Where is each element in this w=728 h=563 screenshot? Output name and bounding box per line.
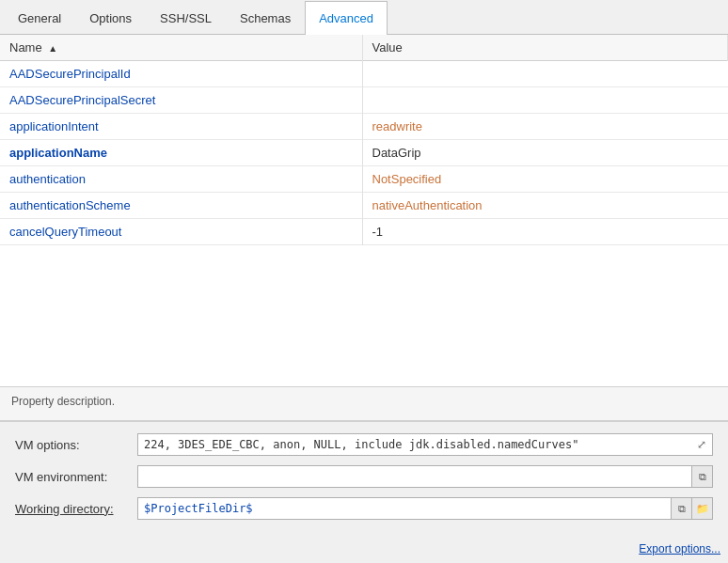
vm-options-row: VM options: ⤢: [15, 433, 713, 456]
vm-environment-input[interactable]: [138, 467, 691, 486]
property-name-cell[interactable]: authentication: [0, 166, 362, 193]
column-value-header[interactable]: Value: [362, 35, 728, 61]
property-value-cell[interactable]: [362, 87, 728, 114]
tab-schemas[interactable]: Schemas: [226, 1, 305, 35]
main-content: Name ▲ Value AADSecurePrincipalIdAADSecu…: [0, 35, 728, 559]
working-directory-copy-button[interactable]: ⧉: [671, 498, 691, 519]
vm-environment-edit-button[interactable]: ⧉: [691, 466, 712, 487]
vm-options-label: VM options:: [15, 438, 137, 452]
working-directory-row: Working directory: ⧉ 📁: [15, 497, 713, 520]
property-value-cell[interactable]: NotSpecified: [362, 166, 728, 193]
export-options-link[interactable]: Export options...: [639, 542, 720, 555]
property-value-cell[interactable]: [362, 61, 728, 87]
property-value-cell[interactable]: nativeAuthentication: [362, 193, 728, 219]
name-column-label: Name: [9, 40, 42, 55]
vm-environment-row: VM environment: ⧉: [15, 465, 713, 488]
tab-ssh-ssl[interactable]: SSH/SSL: [146, 1, 226, 35]
options-area: VM options: ⤢ VM environment: ⧉ Working …: [0, 421, 728, 539]
description-text: Property description.: [11, 395, 115, 408]
vm-options-input-wrap: ⤢: [137, 433, 713, 456]
working-directory-input[interactable]: [138, 499, 671, 518]
property-value-cell[interactable]: -1: [362, 219, 728, 245]
value-column-label: Value: [372, 40, 403, 55]
tab-general[interactable]: General: [4, 1, 75, 35]
table-row[interactable]: applicationNameDataGrip: [0, 140, 728, 166]
working-directory-label: Working directory:: [15, 502, 137, 516]
working-directory-browse-button[interactable]: 📁: [691, 498, 712, 519]
table-row[interactable]: cancelQueryTimeout-1: [0, 219, 728, 245]
property-description: Property description.: [0, 387, 728, 421]
working-directory-input-wrap: ⧉ 📁: [137, 497, 713, 520]
properties-table: Name ▲ Value AADSecurePrincipalIdAADSecu…: [0, 35, 728, 245]
property-name-cell[interactable]: cancelQueryTimeout: [0, 219, 362, 245]
vm-options-expand-button[interactable]: ⤢: [691, 434, 712, 455]
table-row[interactable]: applicationIntentreadwrite: [0, 114, 728, 140]
table-row[interactable]: authenticationSchemenativeAuthentication: [0, 193, 728, 219]
property-name-cell[interactable]: authenticationScheme: [0, 193, 362, 219]
property-name-cell[interactable]: AADSecurePrincipalSecret: [0, 87, 362, 114]
table-row[interactable]: AADSecurePrincipalSecret: [0, 87, 728, 114]
vm-options-input[interactable]: [138, 435, 691, 454]
vm-environment-label: VM environment:: [15, 470, 137, 484]
sort-arrow-icon: ▲: [48, 43, 57, 54]
table-row[interactable]: AADSecurePrincipalId: [0, 61, 728, 87]
properties-table-area: Name ▲ Value AADSecurePrincipalIdAADSecu…: [0, 35, 728, 387]
property-value-cell[interactable]: readwrite: [362, 114, 728, 140]
property-name-cell[interactable]: AADSecurePrincipalId: [0, 61, 362, 87]
property-name-cell[interactable]: applicationName: [0, 140, 362, 166]
tab-advanced[interactable]: Advanced: [305, 1, 388, 35]
vm-environment-input-wrap: ⧉: [137, 465, 713, 488]
column-name-header[interactable]: Name ▲: [0, 35, 362, 61]
property-value-cell[interactable]: DataGrip: [362, 140, 728, 166]
table-row[interactable]: authenticationNotSpecified: [0, 166, 728, 193]
property-name-cell[interactable]: applicationIntent: [0, 114, 362, 140]
tab-options[interactable]: Options: [75, 1, 146, 35]
tab-bar: General Options SSH/SSL Schemas Advanced: [0, 0, 728, 35]
export-area: Export options...: [0, 539, 728, 559]
